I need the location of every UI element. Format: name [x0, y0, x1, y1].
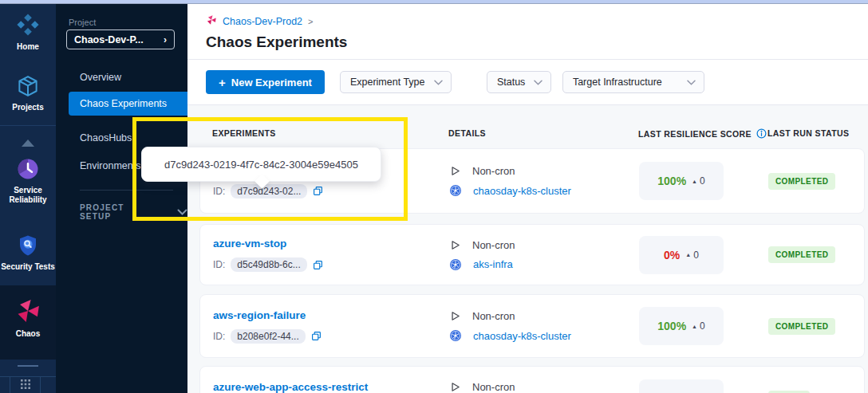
home-icon	[15, 12, 41, 37]
experiment-name-link[interactable]: azure-vm-stop	[213, 238, 449, 250]
breadcrumb: Chaos-Dev-Prod2 >	[187, 4, 868, 28]
infrastructure-link[interactable]: chaosday-k8s-cluster	[473, 330, 571, 342]
column-header-experiments: EXPERIMENTS	[212, 128, 276, 138]
play-icon	[449, 239, 461, 251]
score-delta: ▲0	[692, 175, 705, 187]
chevron-down-icon	[534, 80, 542, 85]
experiment-id-line: ID: d7c9d243-02...	[213, 184, 449, 198]
run-status-cell: COMPLETED	[756, 225, 864, 285]
table-row[interactable]: aws-region-failure ID: b208e0f2-44... No…	[199, 294, 865, 358]
sidebar-item-service-reliability[interactable]: Service Reliability	[0, 157, 56, 205]
details-cell: Non-cron chaosday-k8s-cluster	[449, 295, 639, 357]
copy-icon[interactable]	[311, 331, 322, 341]
rail-collapse-divider	[18, 365, 38, 367]
infrastructure-link[interactable]: chaosday-k8s-cluster	[473, 185, 571, 197]
plus-icon: +	[219, 76, 226, 89]
experiments-cell: azure-web-app-access-restrict	[213, 367, 449, 393]
score-value: 100%	[657, 320, 686, 332]
filter-label: Status	[497, 77, 525, 88]
details-cell: Non-cron	[449, 367, 639, 393]
resilience-score-box: 100% ▲0	[639, 307, 724, 345]
sidebar-item-environments[interactable]: Environments	[80, 160, 140, 171]
chaos-icon	[14, 297, 41, 324]
sidebar-item-chaos[interactable]: Chaos	[0, 297, 56, 339]
chevron-down-icon	[687, 80, 696, 85]
id-label: ID:	[213, 186, 225, 197]
schedule-type: Non-cron	[472, 310, 515, 322]
resilience-score-cell: 100% ▲0	[639, 149, 756, 213]
filter-target-infrastructure[interactable]: Target Infrastructure	[562, 71, 704, 93]
run-status-cell: COMPLETED	[756, 295, 864, 357]
score-value: 0%	[664, 249, 680, 261]
experiments-cell: aws-region-failure ID: b208e0f2-44...	[213, 295, 449, 357]
status-badge: COMPLETED	[768, 246, 835, 263]
security-tests-icon	[16, 234, 40, 257]
page-title: Chaos Experiments	[206, 33, 868, 51]
column-header-last-resilience-score: LAST RESILIENCE SCORE	[638, 128, 767, 139]
experiment-name-link[interactable]: azure-web-app-access-restrict	[213, 381, 449, 393]
triangle-up-icon: ▲	[685, 252, 691, 257]
run-status-cell: COMPLETED	[756, 149, 864, 213]
experiment-id-chip: d5c49d8b-6c...	[231, 257, 306, 272]
chevron-right-icon: ›	[164, 34, 167, 45]
sidebar-item-chaoshubs[interactable]: ChaosHubs	[80, 132, 132, 143]
play-icon	[449, 165, 461, 177]
schedule-type: Non-cron	[472, 239, 515, 251]
module-picker-button[interactable]	[10, 377, 41, 393]
filter-experiment-type[interactable]: Experiment Type	[340, 71, 452, 93]
project-label: Project	[69, 18, 96, 27]
triangle-up-icon: ▲	[692, 324, 697, 329]
page-header: Chaos-Dev-Prod2 > Chaos Experiments	[187, 4, 868, 60]
experiment-id-chip: d7c9d243-02...	[231, 184, 307, 198]
status-badge: COMPLETED	[768, 318, 835, 335]
status-badge: COMPLETED	[768, 173, 835, 190]
project-setup-label: PROJECT SETUP	[80, 203, 156, 221]
copy-icon[interactable]	[313, 260, 323, 270]
experiment-id-tooltip: d7c9d243-0219-4f7c-84c2-3004e59e4505	[141, 147, 381, 182]
sidebar-item-projects[interactable]: Projects	[0, 74, 56, 112]
rail-footer	[0, 376, 56, 393]
project-selector-value: Chaos-Dev-P...	[74, 34, 144, 45]
resilience-score-box: 100% ▲0	[639, 162, 724, 200]
sidebar-item-label: Service Reliability	[3, 186, 53, 205]
experiment-name-link[interactable]: aws-region-failure	[213, 309, 449, 322]
sidebar-item-security-tests[interactable]: Security Tests	[0, 234, 56, 272]
scroll-up-icon[interactable]	[22, 140, 34, 147]
breadcrumb-project-link[interactable]: Chaos-Dev-Prod2	[223, 16, 302, 27]
chevron-down-icon	[177, 208, 187, 217]
kubernetes-icon	[449, 184, 462, 197]
chaos-logo-icon	[206, 14, 217, 28]
projects-icon	[16, 74, 40, 98]
sidebar-item-overview[interactable]: Overview	[80, 72, 121, 83]
rail-divider	[0, 125, 56, 126]
experiment-id-chip: b208e0f2-44...	[231, 329, 305, 344]
details-cell: Non-cron aks-infra	[449, 225, 639, 285]
tooltip-text: d7c9d243-0219-4f7c-84c2-3004e59e4505	[164, 159, 358, 171]
chevron-down-icon	[434, 80, 443, 85]
play-icon	[449, 310, 461, 322]
filter-label: Target Infrastructure	[573, 77, 662, 88]
toolbar: + New Experiment Experiment Type Status …	[187, 60, 868, 105]
sidebar-item-home[interactable]: Home	[0, 12, 56, 52]
experiment-id-line: ID: b208e0f2-44...	[213, 329, 449, 344]
project-setup-section[interactable]: PROJECT SETUP	[80, 203, 187, 221]
schedule-type: Non-cron	[472, 381, 515, 393]
schedule-type: Non-cron	[472, 165, 515, 177]
play-icon	[449, 381, 461, 393]
table-row[interactable]: azure-vm-stop ID: d5c49d8b-6c... Non-cro…	[199, 224, 865, 285]
browser-sharing-strip	[0, 0, 868, 4]
breadcrumb-chevron: >	[308, 17, 313, 26]
infrastructure-link[interactable]: aks-infra	[473, 258, 513, 270]
filter-status[interactable]: Status	[487, 71, 551, 93]
new-experiment-button[interactable]: + New Experiment	[206, 70, 325, 94]
details-cell: Non-cron chaosday-k8s-cluster	[449, 149, 639, 213]
resilience-score-cell	[639, 367, 756, 393]
grid-icon	[21, 378, 30, 392]
table-row[interactable]: azure-web-app-access-restrict Non-cron	[199, 366, 865, 393]
project-selector[interactable]: Chaos-Dev-P... ›	[66, 29, 175, 49]
sidebar-item-chaos-experiments[interactable]: Chaos Experiments	[69, 92, 187, 116]
copy-icon[interactable]	[313, 186, 323, 196]
kubernetes-icon	[449, 258, 462, 271]
info-icon[interactable]	[756, 128, 767, 139]
score-value: 100%	[657, 175, 686, 187]
